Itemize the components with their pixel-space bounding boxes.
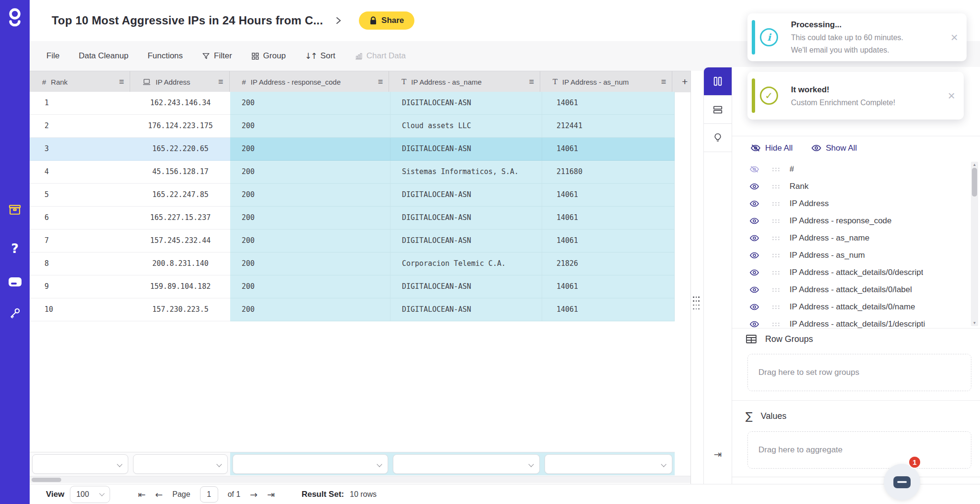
menu-functions[interactable]: Functions [147, 51, 183, 61]
next-page-button[interactable]: → [250, 489, 257, 500]
table-row[interactable]: 9 159.89.104.182 200 DIGITALOCEAN-ASN 14… [30, 275, 675, 298]
cell[interactable]: 200 [230, 298, 390, 321]
drag-grip-icon[interactable] [772, 167, 780, 172]
cell[interactable]: 157.230.223.5 [131, 298, 230, 321]
cell[interactable]: 211680 [542, 161, 675, 184]
eye-icon[interactable] [749, 320, 760, 328]
column-menu-icon[interactable]: ≡ [214, 77, 223, 87]
cell[interactable]: 5 [30, 184, 131, 207]
cell[interactable]: 200.8.231.140 [131, 252, 230, 275]
menu-filter[interactable]: Filter [202, 51, 232, 61]
menu-data-cleanup[interactable]: Data Cleanup [78, 51, 128, 61]
column-list-item[interactable]: IP Address - attack_details/1/descripti [732, 316, 980, 328]
eye-icon[interactable] [749, 234, 760, 242]
cell[interactable]: 21826 [542, 252, 675, 275]
row-groups-dropzone[interactable]: Drag here to set row groups [747, 354, 971, 391]
cell[interactable]: DIGITALOCEAN-ASN [390, 138, 542, 161]
table-row[interactable]: 4 45.156.128.17 200 Sistemas Informatico… [30, 161, 675, 184]
api-key-icon[interactable] [0, 305, 30, 321]
close-icon[interactable]: × [951, 31, 958, 44]
scroll-up-icon[interactable]: ▲ [971, 163, 978, 167]
cell[interactable]: 200 [230, 252, 390, 275]
horizontal-scrollbar[interactable] [30, 476, 690, 483]
tab-rows[interactable] [704, 96, 732, 124]
scrollbar-thumb[interactable] [32, 478, 61, 482]
cell[interactable]: 200 [230, 207, 390, 230]
cell[interactable]: 200 [230, 115, 390, 138]
cell[interactable]: 159.89.104.182 [131, 275, 230, 298]
cell[interactable]: 165.22.247.85 [131, 184, 230, 207]
column-list-item[interactable]: IP Address - attack_details/0/descript [732, 264, 980, 281]
column-header-as-num[interactable]: T IP Address - as_num ≡ [540, 71, 672, 92]
column-header-ip-address[interactable]: IP Address ≡ [130, 71, 229, 92]
column-header-as-name[interactable]: T IP Address - as_name ≡ [389, 71, 540, 92]
cell[interactable]: 200 [230, 230, 390, 252]
gigasheet-logo-icon[interactable] [6, 7, 23, 29]
column-list-item[interactable]: # [732, 161, 980, 178]
collapse-panel-button[interactable]: ⇥ [704, 449, 732, 460]
column-filter-select[interactable] [393, 454, 540, 474]
cell[interactable]: DIGITALOCEAN-ASN [390, 275, 542, 298]
share-button[interactable]: Share [359, 11, 414, 30]
column-list-item[interactable]: IP Address [732, 195, 980, 212]
drag-grip-icon[interactable] [772, 219, 780, 224]
cell[interactable]: DIGITALOCEAN-ASN [390, 92, 542, 115]
table-row[interactable]: 7 157.245.232.44 200 DIGITALOCEAN-ASN 14… [30, 230, 675, 252]
cell[interactable]: 8 [30, 252, 131, 275]
chat-launcher-button[interactable]: 1 [884, 464, 920, 500]
column-list-item[interactable]: IP Address - attack_details/0/label [732, 281, 980, 298]
cell[interactable]: 2 [30, 115, 131, 138]
previous-page-button[interactable]: ← [155, 489, 163, 500]
table-row-selected[interactable]: 3 165.22.220.65 200 DIGITALOCEAN-ASN 140… [30, 138, 675, 161]
cell[interactable]: 157.245.232.44 [131, 230, 230, 252]
drag-grip-icon[interactable] [772, 236, 780, 241]
cell[interactable]: 200 [230, 92, 390, 115]
eye-icon[interactable] [749, 286, 760, 294]
column-list-item[interactable]: Rank [732, 178, 980, 195]
cell[interactable]: 4 [30, 161, 131, 184]
cell[interactable]: 14061 [542, 207, 675, 230]
add-column-button[interactable]: + [672, 71, 690, 92]
cell[interactable]: 3 [30, 138, 131, 161]
column-menu-icon[interactable]: ≡ [657, 77, 666, 87]
cell[interactable]: 14061 [542, 184, 675, 207]
cell[interactable]: 200 [230, 161, 390, 184]
cell[interactable]: 14061 [542, 298, 675, 321]
drag-grip-icon[interactable] [772, 270, 780, 275]
column-list-item[interactable]: IP Address - response_code [732, 212, 980, 230]
cell[interactable]: 14061 [542, 138, 675, 161]
eye-icon[interactable] [749, 303, 760, 311]
cell[interactable]: 45.156.128.17 [131, 161, 230, 184]
column-filter-select[interactable] [32, 454, 128, 474]
column-header-rank[interactable]: # Rank ≡ [30, 71, 130, 92]
cell[interactable]: 14061 [542, 275, 675, 298]
cell[interactable]: 7 [30, 230, 131, 252]
drag-grip-icon[interactable] [772, 322, 780, 327]
table-row[interactable]: 1 162.243.146.34 200 DIGITALOCEAN-ASN 14… [30, 92, 675, 115]
menu-sort[interactable]: ↓↑ Sort [305, 51, 335, 61]
tab-columns[interactable] [704, 67, 732, 96]
column-list-item[interactable]: IP Address - attack_details/0/name [732, 298, 980, 316]
table-row[interactable]: 10 157.230.223.5 200 DIGITALOCEAN-ASN 14… [30, 298, 675, 321]
cell[interactable]: Corporacion Telemic C.A. [390, 252, 542, 275]
cell[interactable]: 176.124.223.175 [131, 115, 230, 138]
drag-grip-icon[interactable] [772, 287, 780, 293]
eye-icon[interactable] [749, 200, 760, 208]
cell[interactable]: 14061 [542, 230, 675, 252]
page-number-input[interactable] [200, 486, 218, 503]
tab-insights[interactable] [704, 124, 732, 152]
menu-chart-data[interactable]: Chart Data [355, 51, 406, 61]
table-row[interactable]: 6 165.227.15.237 200 DIGITALOCEAN-ASN 14… [30, 207, 675, 230]
eye-icon[interactable] [749, 269, 760, 276]
column-menu-icon[interactable]: ≡ [374, 77, 383, 87]
table-row[interactable]: 8 200.8.231.140 200 Corporacion Telemic … [30, 252, 675, 275]
eye-icon[interactable] [749, 183, 760, 190]
show-all-button[interactable]: Show All [811, 143, 857, 153]
close-icon[interactable]: × [948, 89, 955, 102]
column-menu-icon[interactable]: ≡ [115, 77, 124, 87]
title-expand-chevron-icon[interactable] [335, 16, 342, 25]
column-list-item[interactable]: IP Address - as_num [732, 247, 980, 264]
drag-grip-icon[interactable] [772, 201, 780, 207]
eye-icon[interactable] [749, 217, 760, 225]
panel-resize-grip[interactable] [693, 296, 700, 311]
